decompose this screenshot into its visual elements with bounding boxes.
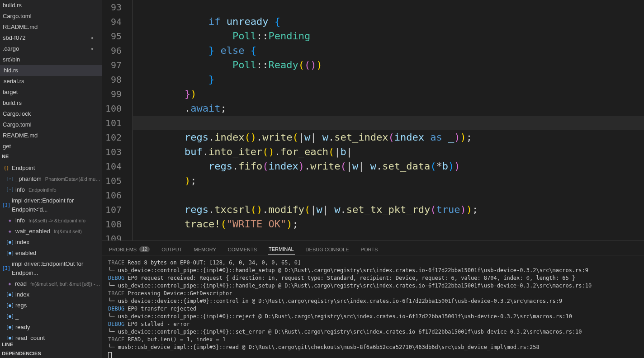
outline-item[interactable]: [●]_ [0, 311, 102, 322]
outline-item[interactable]: [●]enabled [0, 248, 102, 259]
code-token [442, 132, 448, 143]
file-tree-item[interactable]: build.rs [0, 98, 102, 108]
panel-tab-output[interactable]: OUTPUT [161, 244, 183, 255]
file-tree-item[interactable]: .cargo [0, 43, 102, 54]
code-token: ( [262, 146, 268, 157]
panel-tab-ports[interactable]: PORTS [360, 244, 379, 255]
code-token: ( [328, 146, 334, 157]
code-line[interactable]: } [133, 72, 644, 87]
code-token: ) [454, 160, 460, 172]
outline-item[interactable]: [●]ready [0, 322, 102, 333]
code-line[interactable]: buf.into_iter().for_each(|b| [133, 145, 644, 159]
code-token: buf [185, 146, 203, 157]
code-token: { [275, 16, 280, 27]
panel-tab-comments[interactable]: COMMENTS [227, 244, 258, 255]
file-label: .cargo [2, 44, 19, 53]
terminal-line: └─ usb_device::control_pipe::{impl#0}::h… [108, 282, 638, 290]
file-label: README.md [2, 131, 38, 140]
code-line[interactable]: regs.fifo(index).write(|w| w.set_data(*b… [133, 159, 644, 174]
file-tree-item[interactable]: Cargo.lock [0, 108, 102, 119]
log-level: TRACE [108, 290, 124, 297]
file-tree-item[interactable]: src\bin [0, 54, 102, 65]
code-line[interactable]: regs.index().write(|w| w.set_index(index… [133, 130, 644, 145]
outline-item[interactable]: ◈infofn(&self) -> &EndpointInfo [0, 215, 102, 226]
terminal-cursor-line[interactable] [108, 351, 638, 358]
file-label: hid.rs [2, 66, 18, 75]
file-tree-item[interactable]: Cargo.toml [0, 11, 102, 22]
deps-section-header[interactable]: DEPENDENCIES [0, 349, 102, 358]
code-token: unready [227, 16, 269, 27]
outline-item[interactable]: ◈readfn(&mut self, buf: &mut [u8]) -> R.… [0, 278, 102, 289]
panel-tab-label: PROBLEMS [109, 247, 137, 252]
var-icon: [●] [6, 250, 14, 257]
outline-item[interactable]: [●]regs [0, 300, 102, 311]
file-tree-item[interactable]: sbd-f072 [0, 33, 102, 43]
outline-item[interactable]: [I]impl driver::Endpoint for Endpoint<'d… [0, 195, 102, 215]
code-token: ( [262, 160, 268, 172]
file-tree-item[interactable]: README.md [0, 22, 102, 33]
log-text: └─ usb_device::control_pipe::{impl#0}::h… [108, 283, 592, 289]
file-tree-item[interactable]: get [0, 141, 102, 152]
badge: 12 [139, 246, 150, 252]
panel-tab-memory[interactable]: MEMORY [193, 244, 217, 255]
file-tree-item[interactable]: README.md [0, 130, 102, 141]
file-tree-item[interactable]: serial.rs [0, 76, 102, 87]
code-token [137, 146, 185, 157]
code-line[interactable]: Poll::Pending [133, 29, 644, 43]
code-line[interactable]: .await; [133, 101, 644, 116]
code-line[interactable] [133, 231, 644, 240]
code-token: Pending [269, 30, 311, 42]
outline-label: info [15, 216, 25, 225]
var-icon: [●] [6, 302, 14, 309]
code-token [137, 204, 185, 215]
code-token: w [304, 132, 310, 143]
code-line[interactable]: Poll::Ready(()) [133, 58, 644, 72]
panel-tab-problems[interactable]: PROBLEMS12 [108, 244, 151, 255]
code-token: ( [251, 204, 256, 215]
file-label: build.rs [2, 1, 22, 10]
editor[interactable]: 9394959697989910010110210310410510610710… [102, 0, 644, 240]
code-token: ) [251, 132, 256, 143]
code-line[interactable]: trace!("WRITE OK"); [133, 217, 644, 231]
code-token: . [208, 204, 214, 215]
line-number: 108 [105, 217, 122, 231]
file-tree-item[interactable]: Cargo.toml [0, 119, 102, 130]
code-line[interactable]: }) [133, 87, 644, 101]
code-area[interactable]: if unready { Poll::Pending } else { Poll… [133, 0, 644, 240]
panel-tab-debug-console[interactable]: DEBUG CONSOLE [305, 244, 350, 255]
code-line[interactable]: } else { [133, 43, 644, 58]
outline-section-header[interactable]: NE [0, 152, 102, 161]
terminal-line: └─ usb_device::control_pipe::{impl#0}::s… [108, 328, 638, 336]
line-section-header[interactable]: LINE [0, 340, 102, 349]
code-line[interactable] [133, 188, 644, 203]
code-token: set_tx_pkt_rdy [346, 204, 430, 215]
code-line[interactable] [133, 0, 644, 14]
code-token [137, 103, 185, 114]
method-icon: ◈ [6, 217, 14, 224]
code-token: w [317, 204, 322, 215]
outline-item[interactable]: [●]read_count [0, 333, 102, 340]
outline-item[interactable]: ◈wait_enabledfn(&mut self) [0, 226, 102, 237]
terminal-line: └─ usb_device::control_pipe::{impl#0}::h… [108, 267, 638, 274]
file-label: Cargo.toml [2, 12, 32, 21]
code-line[interactable] [133, 116, 644, 130]
code-line[interactable]: if unready { [133, 14, 644, 29]
code-token: ) [448, 160, 454, 172]
code-token: ) [256, 204, 262, 215]
file-tree-item[interactable]: hid.rs [0, 65, 102, 76]
file-tree-item[interactable]: target [0, 87, 102, 98]
file-tree-item[interactable]: build.rs [0, 0, 102, 11]
outline-item[interactable]: {}Endpoint [0, 163, 102, 174]
code-line[interactable]: regs.txcsrl().modify(|w| w.set_tx_pkt_rd… [133, 203, 644, 217]
panel-tab-terminal[interactable]: TERMINAL [268, 244, 295, 255]
outline-item[interactable]: [●]index [0, 237, 102, 248]
terminal-output[interactable]: TRACE Read 8 bytes on EP0-OUT: [128, 6, … [102, 255, 644, 358]
code-line[interactable]: ); [133, 174, 644, 188]
outline-item[interactable]: [I]impl driver::EndpointOut for Endpoin.… [0, 259, 102, 278]
outline-item[interactable]: [●]index [0, 289, 102, 300]
outline-item[interactable]: [◦]infoEndpointInfo [0, 184, 102, 195]
code-token: ; [293, 218, 298, 230]
outline-item[interactable]: [◦]_phantomPhantomData<(&'d mut T, ... [0, 174, 102, 184]
code-token [137, 88, 185, 99]
code-token: | [334, 146, 340, 157]
